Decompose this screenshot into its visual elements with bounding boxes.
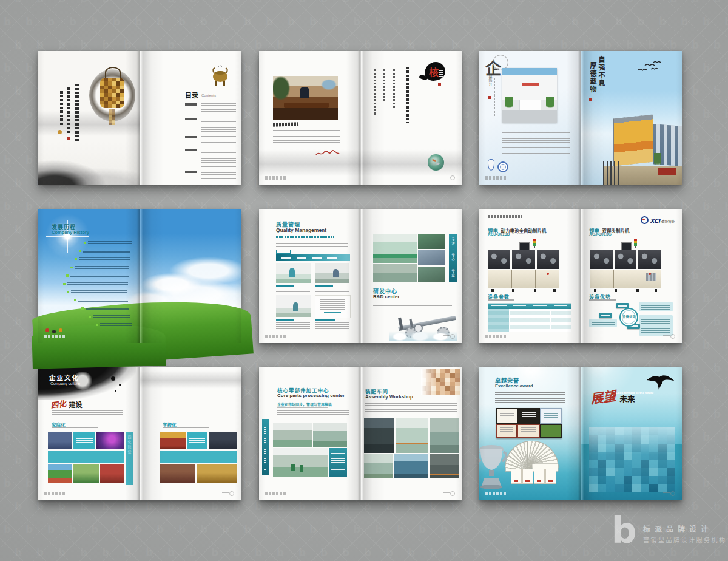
stage-photo: [96, 432, 124, 449]
footer-logo: [485, 176, 507, 180]
culture-right-page: 学校化: [140, 367, 241, 500]
certificate-card: [545, 469, 556, 484]
calligraphy-column: [67, 87, 70, 134]
page-number: [663, 491, 675, 495]
spread-history: 发展历程 Company History: [38, 209, 241, 343]
footer-logo: [44, 335, 66, 338]
spread-award: 卓越荣誉 Excellence award 展望 未来 Look forward…: [479, 367, 682, 500]
params-table: [488, 303, 571, 332]
spread-president: 核: [259, 51, 462, 185]
toc-section: [185, 136, 236, 145]
advantage-box: [639, 302, 673, 311]
paragraph: [373, 302, 452, 311]
caption: [276, 288, 310, 293]
decor-item: [59, 328, 62, 332]
certificate-frame: [496, 408, 518, 424]
red-seal: [488, 96, 491, 99]
playground-photo: [48, 464, 72, 483]
vertical-culture-bar: 四化建设: [126, 432, 133, 484]
machines-photo: [430, 418, 459, 453]
eagle-icon: [647, 374, 675, 390]
toc-section: [185, 149, 236, 168]
gray-wash: [140, 370, 241, 389]
workshop-photo: [373, 264, 417, 282]
ink-splatter: [111, 376, 115, 381]
script-slogan: [488, 215, 522, 218]
factory-photo: [313, 423, 347, 447]
banner-photo: [100, 464, 124, 483]
classroom-photo: [209, 432, 237, 449]
culture-left-page: 企业文化 Company culture 四化 建设 家庭化 四化建设: [38, 367, 140, 500]
caption-title: [315, 319, 335, 321]
person: [300, 87, 309, 98]
toc-section: [185, 118, 236, 132]
teal-text-block: [187, 432, 207, 449]
building-block: [614, 115, 653, 166]
advantage-diagram: 设备优势: [589, 302, 674, 337]
spread-contents: 目录 Contents: [38, 51, 241, 185]
president-office-photo: [273, 76, 338, 120]
machine-photo: [590, 239, 661, 290]
machine-photo: [488, 239, 559, 290]
calligraphy-column: [75, 84, 79, 141]
paragraph: [273, 130, 340, 138]
calligraphy-column: [393, 69, 395, 109]
product-model: XCJ-3013G: [589, 232, 612, 236]
worker-photo: [418, 267, 445, 282]
culture-title-en: Company culture: [50, 381, 80, 386]
teal-text-box: [329, 448, 347, 477]
vertical-english: [494, 78, 495, 117]
plant: [546, 97, 554, 110]
factory-photo: [273, 423, 312, 447]
worker: [289, 268, 295, 277]
paragraph: [52, 410, 123, 418]
pixelated-lantern: [100, 78, 124, 108]
red-seal: [438, 83, 441, 86]
vertical-slogan-bar: [262, 419, 269, 475]
watermark-line2: 营销型品牌设计服务机构: [643, 535, 727, 544]
history-left-page: 发展历程 Company History: [38, 209, 140, 343]
vertical-slogan-banner: 专注 · 专心 · 专业: [449, 234, 457, 282]
factory-photo: [364, 454, 393, 478]
advantage-title-en: [589, 299, 616, 301]
brand-logo: XCI诚捷智能: [641, 214, 675, 225]
certificate-frame: [540, 424, 562, 438]
core-parts-title-en: Core parts processing center: [277, 393, 345, 398]
temple-photo: [160, 464, 195, 483]
paragraph: [495, 392, 565, 404]
history-title-en: Company History: [52, 229, 89, 235]
footer-logo: [485, 492, 507, 495]
watermark-logo: b: [612, 510, 637, 551]
calligraphy-line: 自强不息: [596, 56, 606, 87]
certificate-frame: [518, 408, 540, 424]
future-black: 未来: [619, 395, 635, 404]
brand-name: 诚捷智能: [661, 220, 675, 223]
calligraphy-column: [383, 69, 385, 103]
pixelated-tassel: [109, 109, 115, 125]
decor-item: [52, 330, 56, 333]
ceremony-photo: [160, 432, 186, 449]
certificate-frame: [540, 408, 562, 424]
toc-section: [185, 103, 236, 113]
ink-splatter: [115, 390, 116, 392]
worker: [291, 464, 295, 471]
incense-burner-icon: [210, 64, 231, 90]
sea-blend: [589, 427, 675, 492]
award-title-en: Excellence award: [495, 383, 533, 389]
future-red: 展望: [589, 386, 617, 407]
subsection-title: 四化 建设: [50, 398, 82, 410]
calligraphy-line: 厚德载物: [588, 62, 598, 93]
advantage-box: [589, 319, 617, 327]
watermark-line1: 标派品牌设计: [643, 523, 712, 534]
caption: [52, 427, 98, 429]
brand-icon: [641, 216, 649, 224]
calligraphy-column: [406, 67, 409, 123]
photo-fade: [421, 369, 460, 395]
ink-mountain: [38, 153, 140, 185]
certificate-frame: [496, 424, 517, 438]
teal-band: [48, 450, 124, 463]
blob-small-text: [439, 67, 443, 76]
advantage-pill: [599, 313, 612, 318]
paragraph: [502, 129, 570, 143]
workshop-left-page: 核心零部件加工中心 Core parts processing center 企…: [259, 367, 360, 500]
